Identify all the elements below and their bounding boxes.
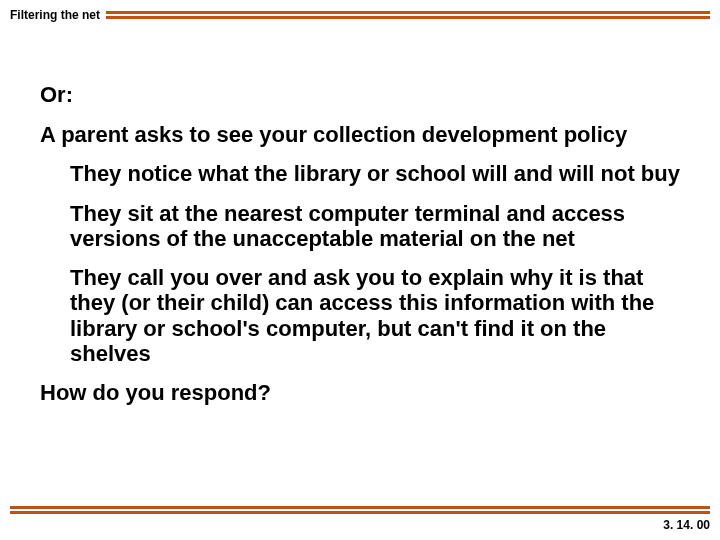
bullet-item: They call you over and ask you to explai…	[70, 265, 680, 366]
bullet-item: They notice what the library or school w…	[70, 161, 680, 186]
slide-body: Or: A parent asks to see your collection…	[0, 22, 720, 406]
footer-rule	[10, 506, 710, 514]
question-text: How do you respond?	[40, 380, 680, 406]
slide-header: Filtering the net	[0, 0, 720, 22]
header-rule	[106, 11, 710, 19]
slide-title: Filtering the net	[10, 8, 106, 22]
bullet-item: They sit at the nearest computer termina…	[70, 201, 680, 252]
footer-date: 3. 14. 00	[10, 518, 710, 532]
or-label: Or:	[40, 82, 680, 108]
intro-text: A parent asks to see your collection dev…	[40, 122, 680, 147]
slide-footer: 3. 14. 00	[10, 506, 710, 532]
